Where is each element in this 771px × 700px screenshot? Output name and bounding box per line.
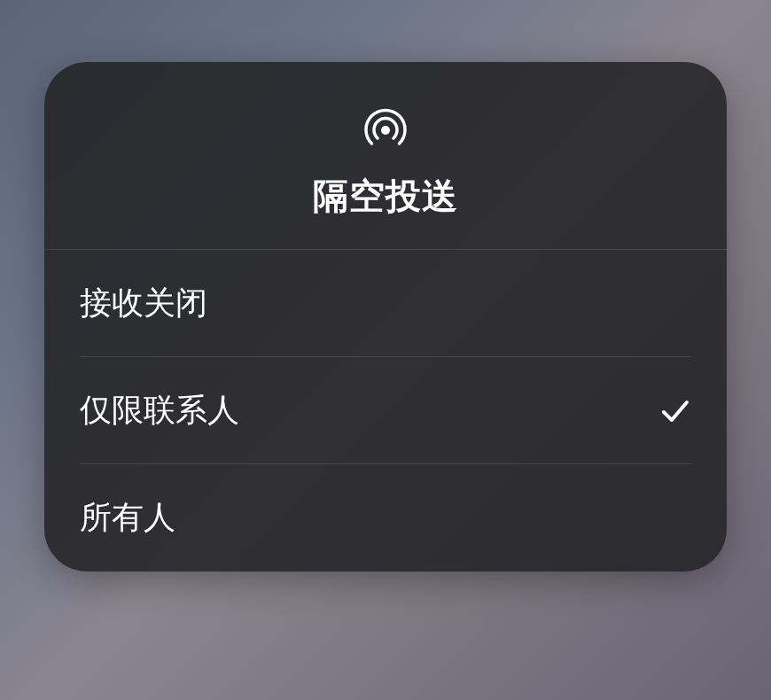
modal-header: 隔空投送: [44, 62, 727, 250]
checkmark-icon: [659, 395, 691, 427]
option-label: 所有人: [80, 496, 175, 540]
options-list: 接收关闭 仅限联系人 所有人: [44, 250, 727, 572]
option-everyone[interactable]: 所有人: [44, 464, 727, 572]
option-label: 仅限联系人: [80, 389, 239, 432]
option-label: 接收关闭: [80, 282, 207, 325]
airdrop-settings-modal: 隔空投送 接收关闭 仅限联系人 所有人: [44, 62, 727, 572]
modal-title: 隔空投送: [313, 172, 458, 221]
airdrop-icon: [359, 99, 412, 152]
svg-point-0: [381, 126, 390, 135]
option-receiving-off[interactable]: 接收关闭: [44, 250, 727, 357]
option-contacts-only[interactable]: 仅限联系人: [44, 357, 727, 464]
